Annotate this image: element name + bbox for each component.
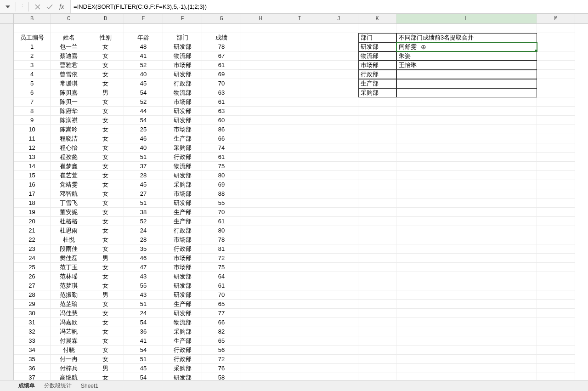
cell-I[interactable] [280, 107, 319, 116]
cell-C[interactable]: 陈嵩吟 [51, 125, 87, 134]
cell-I[interactable] [280, 97, 319, 107]
cell-J[interactable] [319, 97, 358, 107]
cell-C[interactable]: 程心怡 [51, 143, 87, 153]
cell-C[interactable]: 杜格格 [51, 217, 87, 226]
cell-C[interactable]: 付晓 [51, 346, 87, 355]
cell-I[interactable] [280, 327, 319, 336]
cell-G[interactable]: 70 [202, 79, 241, 88]
cell-C[interactable]: 段雨佳 [51, 244, 87, 254]
cell-K[interactable] [358, 300, 396, 309]
cell-C[interactable]: 陈贝嘉 [51, 88, 87, 97]
cell-K[interactable] [358, 355, 396, 364]
cell-L[interactable] [396, 125, 537, 134]
cell-E[interactable]: 41 [124, 336, 163, 346]
cell-L[interactable] [396, 217, 537, 226]
cell-F[interactable]: 物流部 [163, 51, 202, 61]
cell-I[interactable] [280, 318, 319, 327]
cell-I[interactable] [280, 125, 319, 134]
cell-H[interactable] [241, 254, 280, 263]
cell-D[interactable]: 女 [87, 189, 124, 198]
cell-H[interactable] [241, 33, 280, 42]
cell-G[interactable]: 61 [202, 217, 241, 226]
cell-I[interactable] [280, 79, 319, 88]
cell-J[interactable] [319, 42, 358, 51]
cell-D[interactable]: 男 [87, 88, 124, 97]
cell-J[interactable] [319, 125, 358, 134]
cell-B[interactable]: 32 [14, 327, 51, 336]
cell-K[interactable] [358, 208, 396, 217]
cell-C[interactable]: 程晓洁 [51, 134, 87, 143]
cell-F[interactable]: 研发部 [163, 198, 202, 208]
cell-D[interactable]: 女 [87, 162, 124, 171]
cell-F[interactable]: 生产部 [163, 336, 202, 346]
cell-D[interactable]: 女 [87, 327, 124, 336]
cell-K[interactable] [358, 244, 396, 254]
cell-F[interactable]: 采购部 [163, 364, 202, 373]
cell-H[interactable] [241, 272, 280, 281]
cell-F[interactable]: 研发部 [163, 171, 202, 180]
cell-C[interactable]: 杜思雨 [51, 226, 87, 235]
cell-F[interactable]: 市场部 [163, 125, 202, 134]
cell-B[interactable]: 33 [14, 336, 51, 346]
cell-K[interactable] [358, 107, 396, 116]
cell-G[interactable]: 60 [202, 116, 241, 125]
cell-K[interactable]: 市场部 [358, 61, 396, 70]
cell-E[interactable]: 44 [124, 107, 163, 116]
cell-B[interactable]: 29 [14, 300, 51, 309]
cell-C[interactable]: 党靖雯 [51, 180, 87, 189]
cell-I[interactable] [280, 51, 319, 61]
cell-D[interactable]: 女 [87, 70, 124, 79]
cell-E[interactable]: 25 [124, 125, 163, 134]
cell-H[interactable] [241, 143, 280, 153]
cell-K[interactable] [358, 143, 396, 153]
cell-C[interactable]: 曹雅君 [51, 61, 87, 70]
cell-F[interactable]: 部门 [163, 33, 202, 42]
cell-H[interactable] [241, 364, 280, 373]
cell-E[interactable]: 54 [124, 346, 163, 355]
cell-J[interactable] [319, 309, 358, 318]
cell-L[interactable] [396, 198, 537, 208]
cell-I[interactable] [280, 70, 319, 79]
col-header-G[interactable]: G [202, 14, 241, 23]
cell-H[interactable] [241, 226, 280, 235]
cell-G[interactable]: 82 [202, 327, 241, 336]
cell-K[interactable]: 生产部 [358, 79, 396, 88]
cell-B[interactable]: 14 [14, 162, 51, 171]
cell-B[interactable]: 36 [14, 364, 51, 373]
cell-H[interactable] [241, 346, 280, 355]
cell-G[interactable]: 63 [202, 107, 241, 116]
cell-I[interactable] [280, 244, 319, 254]
cell-H[interactable] [241, 70, 280, 79]
cell-L[interactable] [396, 153, 537, 162]
cell-E[interactable]: 27 [124, 189, 163, 198]
cell-D[interactable]: 女 [87, 198, 124, 208]
cell-K[interactable] [358, 254, 396, 263]
cell-L[interactable] [396, 309, 537, 318]
col-header-E[interactable]: E [124, 14, 163, 23]
cell-M[interactable] [537, 153, 575, 162]
cell-H[interactable] [241, 79, 280, 88]
cell-E[interactable]: 45 [124, 364, 163, 373]
sheet-tab[interactable]: 成绩单 [18, 382, 35, 390]
cell-G[interactable]: 78 [202, 235, 241, 244]
cell-B[interactable]: 30 [14, 309, 51, 318]
cell-I[interactable] [280, 189, 319, 198]
cell-C[interactable]: 付晨霖 [51, 336, 87, 346]
cell-J[interactable] [319, 272, 358, 281]
cell-I[interactable] [280, 153, 319, 162]
cell-M[interactable] [537, 226, 575, 235]
cell-D[interactable]: 女 [87, 244, 124, 254]
cell-D[interactable]: 男 [87, 254, 124, 263]
cell-H[interactable] [241, 153, 280, 162]
cell-G[interactable]: 61 [202, 61, 241, 70]
cell-L[interactable] [396, 226, 537, 235]
cell-K[interactable] [358, 198, 396, 208]
cell-C[interactable]: 包一兰 [51, 42, 87, 51]
cell-B[interactable]: 10 [14, 125, 51, 134]
cell-M[interactable] [537, 180, 575, 189]
cell-E[interactable]: 年龄 [124, 33, 163, 42]
cell-K[interactable] [358, 346, 396, 355]
cell-F[interactable]: 市场部 [163, 97, 202, 107]
cell-D[interactable]: 女 [87, 97, 124, 107]
cell-F[interactable]: 物流部 [163, 318, 202, 327]
